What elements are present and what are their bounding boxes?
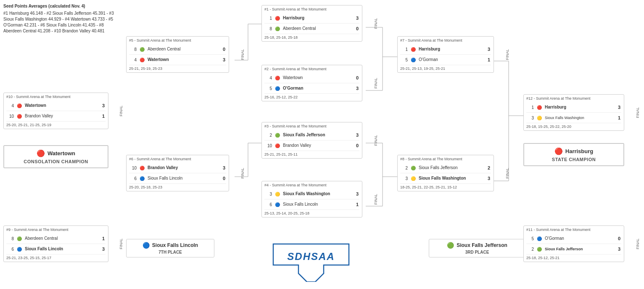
match-5-team1-score: 0 [219, 47, 225, 52]
bracket-container: Seed Points Averages (calculated Nov. 4)… [0, 0, 644, 289]
state-champion-label: STATE CHAMPION [529, 157, 618, 162]
match-4-team1-logo: 🟡 [274, 190, 281, 198]
match-8-team2-score: 3 [484, 176, 490, 181]
third-place-label: 3RD PLACE [433, 250, 521, 255]
match-8: #8 - Summit Arena at The Monument 2 🟢 Si… [397, 155, 494, 191]
match-1-team1-name: Harrisburg [283, 16, 353, 21]
match-10-final: FINAL [119, 106, 123, 117]
match-6-final: FINAL [240, 168, 245, 179]
match-5-team1-seed: 8 [130, 47, 137, 52]
match-3-team1-seed: 2 [265, 133, 272, 138]
match-12-header: #12 - Summit Arena at The Monument [526, 96, 621, 101]
match-11-team2-row: 2 🟢 Sioux Falls Jefferson 3 [526, 244, 621, 255]
match-4-team2-logo: 🔵 [274, 201, 281, 208]
match-1-team1-logo: 🔴 [274, 14, 281, 22]
match-9-team2-logo: 🔵 [16, 245, 23, 253]
svg-text:SDHSAA: SDHSAA [287, 251, 335, 262]
seventh-place-logo: 🔵 [143, 242, 150, 249]
match-11-team2-seed: 2 [527, 247, 534, 252]
match-9-team1-seed: 8 [7, 236, 14, 241]
match-5-header: #5 - Summit Arena at The Monument [129, 38, 226, 42]
match-9-team2-row: 6 🔵 Sioux Falls Lincoln 3 [6, 244, 106, 255]
match-7-header: #7 - Summit Arena at The Monument [400, 38, 491, 42]
match-5-team2-name: Watertown [148, 57, 219, 62]
match-4-team2-name: Sioux Falls Lincoln [283, 202, 353, 207]
match-2-team2-logo: 🔵 [274, 85, 281, 92]
seed-info-title: Seed Points Averages (calculated Nov. 4) [3, 3, 121, 9]
match-5-final: FINAL [240, 49, 245, 60]
match-11: #11 - Summit Arena at The Monument 5 🔵 O… [523, 225, 624, 262]
match-10-team2-score: 1 [99, 114, 105, 119]
match-9-result: 25-21, 23-25, 25-15, 25-17 [6, 256, 106, 260]
match-5-result: 25-21, 25-19, 25-23 [129, 66, 226, 71]
match-10-team2-row: 10 🔴 Brandon Valley 1 [6, 111, 106, 122]
match-7-team1-seed: 1 [401, 47, 408, 52]
match-9-final: FINAL [119, 239, 123, 249]
match-1-result: 25-18, 25-16, 25-18 [264, 35, 359, 40]
seventh-place-name: Sioux Falls Lincoln [152, 242, 198, 248]
match-9-team2-name: Sioux Falls Lincoln [25, 247, 99, 252]
match-12-team1-row: 1 🔴 Harrisburg 3 [526, 102, 621, 113]
third-place-logo: 🟢 [447, 242, 454, 249]
match-12-team2-name: Sioux Falls Washington [545, 116, 615, 120]
match-12-team2-seed: 3 [527, 116, 534, 120]
match-7: #7 - Summit Arena at The Monument 1 🔴 Ha… [397, 36, 494, 73]
match-2-team2-seed: 5 [265, 86, 272, 91]
match-12-team1-logo: 🔴 [536, 103, 543, 111]
match-10-result: 25-20, 25-21, 21-25, 25-19 [6, 123, 106, 127]
match-11-team2-score: 3 [615, 247, 620, 252]
match-11-team2-logo: 🟢 [536, 245, 543, 253]
match-7-team2-name: O'Gorman [419, 57, 484, 62]
state-champion-logo: 🔴 [554, 147, 563, 155]
match-1-header: #1 - Summit Arena at The Monument [264, 7, 359, 11]
match-11-team1-name: O'Gorman [545, 236, 615, 241]
match-6-team2-row: 6 🔵 Sioux Falls Lincoln 0 [129, 173, 226, 184]
match-10-team2-logo: 🔴 [16, 112, 23, 120]
seed-info: Seed Points Averages (calculated Nov. 4)… [3, 3, 121, 34]
match-4-team1-score: 3 [353, 191, 359, 196]
match-10-team1-score: 3 [99, 103, 105, 108]
match-1-team2-seed: 8 [265, 27, 272, 31]
match-7-team1-row: 1 🔴 Harrisburg 3 [400, 44, 491, 55]
consolation-label: CONSOLATION CHAMPION [9, 159, 103, 164]
match-3-result: 25-21, 25-21, 25-11 [264, 152, 359, 156]
match-2: #2 - Summit Arena at The Monument 4 🔴 Wa… [261, 65, 362, 101]
match-5: #5 - Summit Arena at The Monument 8 🟢 Ab… [126, 36, 229, 73]
match-8-team2-logo: 🟡 [409, 175, 417, 182]
match-6-team1-score: 3 [219, 165, 225, 170]
match-10-team1-name: Watertown [25, 103, 99, 108]
match-5-team2-row: 4 🔴 Watertown 3 [129, 55, 226, 65]
third-place-box: 🟢 Sioux Falls Jefferson 3RD PLACE [429, 239, 525, 257]
match-4: #4 - Summit Arena at The Monument 3 🟡 Si… [261, 181, 362, 217]
match-1-team2-row: 8 🟢 Aberdeen Central 0 [264, 24, 359, 34]
match-6-team2-score: 0 [219, 176, 225, 181]
match-9-team1-logo: 🟢 [16, 235, 23, 242]
match-11-team1-logo: 🔵 [536, 235, 543, 242]
match-8-final: FINAL [505, 168, 509, 179]
match-12-team1-name: Harrisburg [545, 105, 615, 110]
consolation-champion-box: 🔴 Watertown CONSOLATION CHAMPION [3, 145, 108, 168]
match-11-team1-row: 5 🔵 O'Gorman 0 [526, 233, 621, 244]
match-2-team1-score: 0 [353, 75, 359, 80]
match-2-team1-name: Watertown [283, 75, 353, 80]
match-11-header: #11 - Summit Arena at The Monument [526, 228, 621, 232]
match-8-team2-seed: 3 [401, 176, 408, 181]
match-2-team1-seed: 4 [265, 76, 272, 80]
match-10-team1-seed: 4 [7, 103, 14, 108]
match-2-team2-row: 5 🔵 O'Gorman 3 [264, 83, 359, 94]
match-9-team1-row: 8 🟢 Aberdeen Central 1 [6, 233, 106, 244]
match-4-result: 25-13, 25-14, 20-25, 25-18 [264, 211, 359, 215]
match-6: #6 - Summit Arena at The Monument 10 🔴 B… [126, 155, 229, 191]
match-4-header: #4 - Summit Arena at The Monument [264, 183, 359, 187]
match-3-header: #3 - Summit Arena at The Monument [264, 124, 359, 128]
match-10-team1-logo: 🔴 [16, 102, 23, 109]
match-12-team2-logo: 🟡 [536, 114, 543, 122]
match-4-team2-seed: 6 [265, 202, 272, 207]
consolation-logo: 🔴 [37, 149, 45, 157]
match-5-team1-row: 8 🟢 Aberdeen Central 0 [129, 44, 226, 55]
match-2-team2-name: O'Gorman [283, 86, 353, 91]
match-7-team2-logo: 🔵 [409, 56, 417, 64]
match-6-team1-seed: 10 [130, 166, 137, 170]
consolation-name: Watertown [48, 150, 75, 156]
match-12-team1-seed: 1 [527, 105, 534, 110]
